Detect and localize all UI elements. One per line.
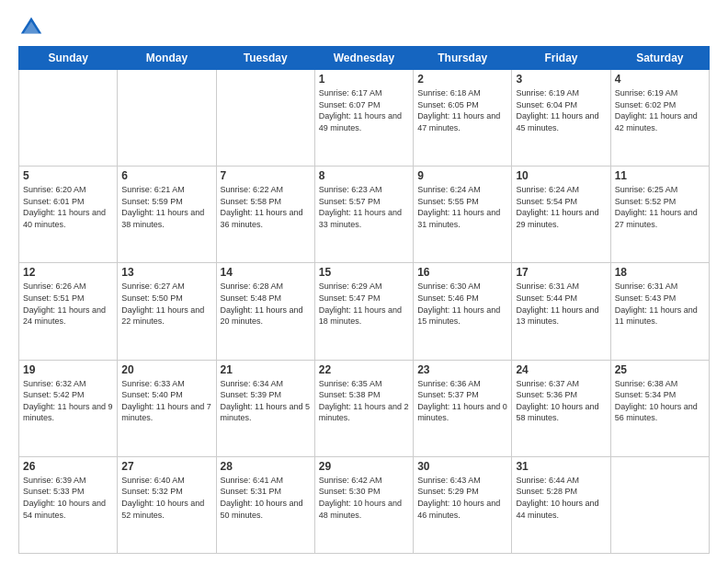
day-info: Sunrise: 6:31 AMSunset: 5:43 PMDaylight:… [615, 281, 705, 327]
day-cell: 13Sunrise: 6:27 AMSunset: 5:50 PMDayligh… [118, 263, 216, 360]
day-cell: 9Sunrise: 6:24 AMSunset: 5:55 PMDaylight… [414, 167, 512, 263]
day-info: Sunrise: 6:36 AMSunset: 5:37 PMDaylight:… [417, 378, 507, 424]
day-number: 16 [417, 266, 507, 279]
week-row-2: 5Sunrise: 6:20 AMSunset: 6:01 PMDaylight… [19, 167, 710, 263]
week-row-5: 26Sunrise: 6:39 AMSunset: 5:33 PMDayligh… [19, 456, 710, 553]
day-cell [118, 70, 216, 167]
day-header-tuesday: Tuesday [216, 47, 314, 70]
day-info: Sunrise: 6:31 AMSunset: 5:44 PMDaylight:… [516, 281, 606, 327]
day-info: Sunrise: 6:19 AMSunset: 6:02 PMDaylight:… [615, 87, 705, 133]
day-cell: 25Sunrise: 6:38 AMSunset: 5:34 PMDayligh… [610, 360, 709, 456]
week-row-1: 1Sunrise: 6:17 AMSunset: 6:07 PMDaylight… [19, 70, 710, 167]
day-cell: 30Sunrise: 6:43 AMSunset: 5:29 PMDayligh… [414, 456, 512, 553]
day-info: Sunrise: 6:37 AMSunset: 5:36 PMDaylight:… [516, 378, 606, 424]
day-info: Sunrise: 6:28 AMSunset: 5:48 PMDaylight:… [221, 281, 311, 327]
day-info: Sunrise: 6:26 AMSunset: 5:51 PMDaylight:… [23, 281, 113, 327]
day-info: Sunrise: 6:21 AMSunset: 5:59 PMDaylight:… [121, 184, 211, 230]
day-cell [216, 70, 314, 167]
day-cell: 4Sunrise: 6:19 AMSunset: 6:02 PMDaylight… [610, 70, 709, 167]
day-info: Sunrise: 6:44 AMSunset: 5:28 PMDaylight:… [516, 475, 606, 521]
header [18, 15, 710, 40]
day-cell: 24Sunrise: 6:37 AMSunset: 5:36 PMDayligh… [512, 360, 610, 456]
day-cell: 28Sunrise: 6:41 AMSunset: 5:31 PMDayligh… [216, 456, 314, 553]
day-number: 4 [615, 73, 705, 86]
day-cell [19, 70, 118, 167]
day-cell: 2Sunrise: 6:18 AMSunset: 6:05 PMDaylight… [414, 70, 512, 167]
day-info: Sunrise: 6:42 AMSunset: 5:30 PMDaylight:… [319, 475, 409, 521]
day-cell [610, 456, 709, 553]
day-cell: 18Sunrise: 6:31 AMSunset: 5:43 PMDayligh… [610, 263, 709, 360]
day-number: 2 [417, 73, 507, 86]
days-header-row: SundayMondayTuesdayWednesdayThursdayFrid… [19, 47, 710, 70]
day-number: 5 [23, 169, 113, 182]
day-number: 18 [615, 266, 705, 279]
day-info: Sunrise: 6:43 AMSunset: 5:29 PMDaylight:… [417, 475, 507, 521]
day-info: Sunrise: 6:34 AMSunset: 5:39 PMDaylight:… [221, 378, 311, 424]
day-number: 3 [516, 73, 606, 86]
day-cell: 17Sunrise: 6:31 AMSunset: 5:44 PMDayligh… [512, 263, 610, 360]
day-cell: 1Sunrise: 6:17 AMSunset: 6:07 PMDaylight… [314, 70, 413, 167]
day-header-friday: Friday [512, 47, 610, 70]
day-info: Sunrise: 6:17 AMSunset: 6:07 PMDaylight:… [319, 87, 409, 133]
day-info: Sunrise: 6:41 AMSunset: 5:31 PMDaylight:… [221, 475, 311, 521]
day-info: Sunrise: 6:38 AMSunset: 5:34 PMDaylight:… [615, 378, 705, 424]
day-cell: 5Sunrise: 6:20 AMSunset: 6:01 PMDaylight… [19, 167, 118, 263]
day-cell: 19Sunrise: 6:32 AMSunset: 5:42 PMDayligh… [19, 360, 118, 456]
day-cell: 15Sunrise: 6:29 AMSunset: 5:47 PMDayligh… [314, 263, 413, 360]
day-number: 14 [221, 266, 311, 279]
day-number: 1 [319, 73, 409, 86]
day-cell: 22Sunrise: 6:35 AMSunset: 5:38 PMDayligh… [314, 360, 413, 456]
logo-icon [18, 15, 44, 40]
day-info: Sunrise: 6:39 AMSunset: 5:33 PMDaylight:… [23, 475, 113, 521]
day-number: 24 [516, 363, 606, 376]
day-cell: 31Sunrise: 6:44 AMSunset: 5:28 PMDayligh… [512, 456, 610, 553]
day-number: 20 [121, 363, 211, 376]
day-info: Sunrise: 6:19 AMSunset: 6:04 PMDaylight:… [516, 87, 606, 133]
day-number: 6 [121, 169, 211, 182]
day-cell: 6Sunrise: 6:21 AMSunset: 5:59 PMDaylight… [118, 167, 216, 263]
day-number: 19 [23, 363, 113, 376]
day-cell: 23Sunrise: 6:36 AMSunset: 5:37 PMDayligh… [414, 360, 512, 456]
day-number: 26 [23, 460, 113, 473]
day-number: 17 [516, 266, 606, 279]
day-number: 7 [221, 169, 311, 182]
day-info: Sunrise: 6:18 AMSunset: 6:05 PMDaylight:… [417, 87, 507, 133]
day-info: Sunrise: 6:24 AMSunset: 5:54 PMDaylight:… [516, 184, 606, 230]
day-header-monday: Monday [118, 47, 216, 70]
day-cell: 21Sunrise: 6:34 AMSunset: 5:39 PMDayligh… [216, 360, 314, 456]
day-info: Sunrise: 6:25 AMSunset: 5:52 PMDaylight:… [615, 184, 705, 230]
day-number: 27 [121, 460, 211, 473]
logo [18, 15, 48, 40]
day-number: 30 [417, 460, 507, 473]
day-number: 10 [516, 169, 606, 182]
day-cell: 11Sunrise: 6:25 AMSunset: 5:52 PMDayligh… [610, 167, 709, 263]
day-cell: 16Sunrise: 6:30 AMSunset: 5:46 PMDayligh… [414, 263, 512, 360]
day-info: Sunrise: 6:33 AMSunset: 5:40 PMDaylight:… [121, 378, 211, 424]
day-number: 15 [319, 266, 409, 279]
calendar-table: SundayMondayTuesdayWednesdayThursdayFrid… [18, 46, 710, 554]
day-cell: 27Sunrise: 6:40 AMSunset: 5:32 PMDayligh… [118, 456, 216, 553]
day-info: Sunrise: 6:32 AMSunset: 5:42 PMDaylight:… [23, 378, 113, 424]
day-number: 13 [121, 266, 211, 279]
day-number: 29 [319, 460, 409, 473]
day-info: Sunrise: 6:20 AMSunset: 6:01 PMDaylight:… [23, 184, 113, 230]
day-header-wednesday: Wednesday [314, 47, 413, 70]
day-info: Sunrise: 6:24 AMSunset: 5:55 PMDaylight:… [417, 184, 507, 230]
day-info: Sunrise: 6:29 AMSunset: 5:47 PMDaylight:… [319, 281, 409, 327]
day-cell: 8Sunrise: 6:23 AMSunset: 5:57 PMDaylight… [314, 167, 413, 263]
day-number: 11 [615, 169, 705, 182]
day-number: 22 [319, 363, 409, 376]
day-cell: 7Sunrise: 6:22 AMSunset: 5:58 PMDaylight… [216, 167, 314, 263]
day-number: 28 [221, 460, 311, 473]
day-number: 8 [319, 169, 409, 182]
page: SundayMondayTuesdayWednesdayThursdayFrid… [0, 0, 728, 563]
day-info: Sunrise: 6:27 AMSunset: 5:50 PMDaylight:… [121, 281, 211, 327]
day-number: 12 [23, 266, 113, 279]
day-info: Sunrise: 6:22 AMSunset: 5:58 PMDaylight:… [221, 184, 311, 230]
day-number: 31 [516, 460, 606, 473]
day-info: Sunrise: 6:35 AMSunset: 5:38 PMDaylight:… [319, 378, 409, 424]
day-header-thursday: Thursday [414, 47, 512, 70]
week-row-3: 12Sunrise: 6:26 AMSunset: 5:51 PMDayligh… [19, 263, 710, 360]
day-cell: 3Sunrise: 6:19 AMSunset: 6:04 PMDaylight… [512, 70, 610, 167]
day-cell: 10Sunrise: 6:24 AMSunset: 5:54 PMDayligh… [512, 167, 610, 263]
